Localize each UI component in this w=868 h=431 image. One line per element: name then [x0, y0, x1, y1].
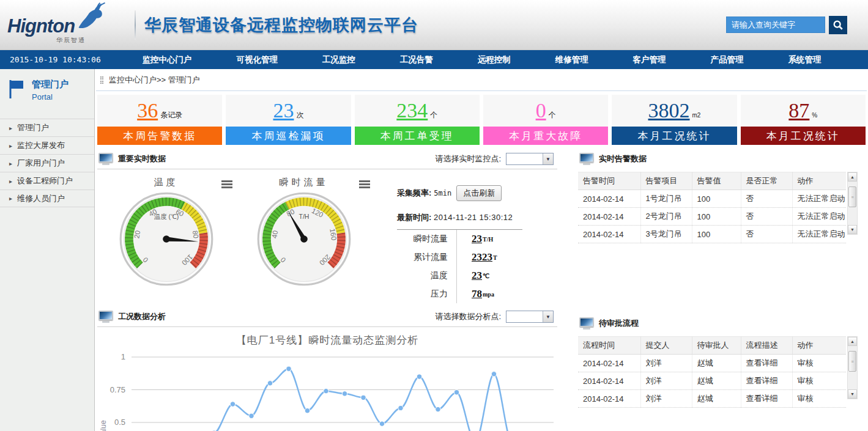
- nav-item-product[interactable]: 产品管理: [711, 54, 744, 65]
- logo-subtext: 华辰智通: [56, 36, 86, 45]
- alarms-table-scrollbar[interactable]: ▲ ≡ ▼: [847, 172, 858, 235]
- approvals-table: 流程时间 提交人 待审批人 流程描述 动作 2014-02-14 刘洋 赵城 查…: [578, 336, 846, 408]
- stat-value: 3802: [648, 100, 690, 121]
- flag-icon: [9, 79, 24, 100]
- freq-label: 采集频率:: [397, 188, 431, 199]
- stat-unit: %: [812, 112, 817, 119]
- stat-value: 36: [137, 100, 158, 121]
- reading-row: 累计流量 2323T: [397, 248, 522, 267]
- search-icon: [833, 20, 844, 31]
- reading-value: 23: [472, 233, 482, 245]
- stats-row: 36条记录 本周告警数据 23次 本周巡检漏项 234个 本周工单受理 0个 本…: [97, 95, 866, 145]
- section-title: 实时告警数据: [599, 153, 647, 164]
- view-detail-link[interactable]: 查看详细: [741, 355, 792, 372]
- readings-table: 瞬时流量 23T/H 累计流量 2323T 温度 23℃: [397, 229, 522, 303]
- audit-link[interactable]: 审核: [792, 372, 846, 390]
- reading-value: 2323: [472, 251, 492, 263]
- svg-text:20: 20: [133, 230, 141, 239]
- stat-value: 23: [273, 100, 294, 121]
- reading-unit: T: [493, 254, 497, 261]
- scrollbar-thumb[interactable]: ≡: [848, 351, 856, 372]
- deer-logo-icon: [75, 1, 106, 35]
- chart-menu-icon[interactable]: [359, 180, 370, 182]
- latest-time-value: 2014-11-21 15:30:12: [434, 213, 513, 222]
- svg-text:0.75: 0.75: [110, 385, 125, 394]
- nav-item-monitor-center[interactable]: 监控中心门户: [142, 54, 191, 65]
- audit-link[interactable]: 审核: [792, 355, 846, 372]
- flow-gauge-chart: 0 40 80 120 160 200 T/H: [256, 191, 352, 287]
- nav-item-condition-monitor[interactable]: 工况监控: [322, 54, 355, 65]
- main-content: 监控中心门户>> 管理门户 36条记录 本周告警数据 23次 本周巡检漏项 23…: [95, 69, 868, 431]
- nav-item-visualization[interactable]: 可视化管理: [236, 54, 278, 65]
- analysis-point-select[interactable]: ▼: [506, 311, 554, 323]
- view-detail-link[interactable]: 查看详细: [741, 390, 792, 408]
- monitor-point-select-label: 请选择实时监控点:: [435, 153, 501, 164]
- sidebar-item-device-engineer[interactable]: ▸ 设备工程师门户: [0, 172, 94, 190]
- sidebar-item-big-screen[interactable]: ▸ 监控大屏发布: [0, 136, 94, 154]
- stat-label: 本周工单受理: [355, 127, 480, 145]
- temperature-gauge: 温度 0 20 40 60: [97, 172, 235, 308]
- audit-link[interactable]: 审核: [792, 390, 846, 408]
- scroll-up-icon[interactable]: ▲: [848, 337, 857, 346]
- reading-unit: ℃: [483, 273, 489, 279]
- svg-text:T/H: T/H: [299, 213, 309, 220]
- sidebar-item-label: 维修人员门户: [17, 193, 65, 204]
- search-button[interactable]: [829, 16, 847, 34]
- sidebar-item-admin-portal[interactable]: ▸ 管理门户: [0, 119, 94, 136]
- header-divider: [135, 10, 136, 40]
- nav-item-condition-alarm[interactable]: 工况告警: [400, 54, 433, 65]
- reading-unit: T/H: [483, 236, 493, 243]
- stat-label: 本月重大故障: [483, 127, 608, 145]
- stat-label: 本周巡检漏项: [226, 127, 351, 145]
- stat-card-monthly-condition-area[interactable]: 3802m2 本月工况统计: [612, 95, 736, 145]
- stat-value: 234: [396, 100, 428, 121]
- flow-chart-title: 【电厂1号线】瞬时流量动态监测分析: [97, 333, 557, 347]
- portal-subtitle: Portal: [32, 92, 69, 101]
- stat-unit: 次: [296, 110, 303, 120]
- scroll-up-icon[interactable]: ▲: [848, 172, 857, 182]
- section-title: 工况数据分析: [118, 311, 166, 322]
- scroll-down-icon[interactable]: ▼: [848, 225, 857, 234]
- refresh-button[interactable]: 点击刷新: [456, 185, 502, 201]
- temperature-gauge-chart: 0 20 40 60 80 100 温度 (℃): [118, 191, 215, 287]
- stat-card-weekly-inspection-misses[interactable]: 23次 本周巡检漏项: [226, 95, 351, 145]
- flow-gauge: 瞬时流量 0 40 80 120: [235, 172, 373, 308]
- sidebar-item-maintenance-staff[interactable]: ▸ 维修人员门户: [0, 190, 94, 207]
- monitor-icon: [98, 311, 113, 323]
- nav-item-remote-control[interactable]: 远程控制: [478, 54, 511, 65]
- approvals-table-scrollbar[interactable]: ▲ ≡ ▼: [847, 336, 858, 399]
- freq-value: 5min: [434, 189, 451, 197]
- arrow-right-icon: ▸: [9, 178, 12, 185]
- chart-menu-icon[interactable]: [221, 180, 232, 182]
- monitor-point-select[interactable]: ▼: [506, 153, 554, 165]
- search-box: [726, 16, 847, 34]
- realtime-readings-panel: 采集频率: 5min 点击刷新 最新时间: 2014-11-21 15:30:1…: [373, 172, 557, 308]
- sidebar-item-label: 设备工程师门户: [17, 175, 73, 186]
- monitor-icon: [579, 317, 594, 330]
- scrollbar-thumb[interactable]: ≡: [848, 186, 856, 207]
- monitor-icon: [579, 153, 594, 165]
- chevron-down-icon: ▼: [543, 311, 553, 322]
- sidebar-item-factory-user[interactable]: ▸ 厂家用户门户: [0, 154, 94, 172]
- section-title: 待审批流程: [599, 318, 639, 329]
- stat-card-weekly-work-orders[interactable]: 234个 本周工单受理: [355, 95, 480, 145]
- section-title: 重要实时数据: [118, 153, 166, 164]
- flow-line-chart: 00.250.50.751value: [97, 347, 557, 431]
- nav-item-system[interactable]: 系统管理: [788, 54, 821, 65]
- gauge-title: 瞬时流量: [235, 177, 373, 188]
- stat-card-weekly-alarms[interactable]: 36条记录 本周告警数据: [97, 95, 222, 145]
- analysis-point-select-label: 请选择数据分析点:: [435, 311, 501, 322]
- scroll-down-icon[interactable]: ▼: [848, 389, 857, 399]
- stat-label: 本周告警数据: [97, 127, 222, 145]
- table-row: 2014-02-14 1号龙门吊 100 否 无法正常启动: [578, 190, 846, 208]
- stat-card-monthly-major-faults[interactable]: 0个 本月重大故障: [483, 95, 608, 145]
- stat-card-monthly-condition-percent[interactable]: 87% 本月工况统计: [741, 95, 866, 145]
- search-input[interactable]: [726, 17, 825, 33]
- stat-unit: 个: [549, 110, 556, 120]
- view-detail-link[interactable]: 查看详细: [741, 372, 792, 390]
- nav-item-maintenance[interactable]: 维修管理: [555, 54, 588, 65]
- table-header-row: 告警时间 告警项目 告警值 是否正常 动作: [578, 172, 846, 190]
- reading-unit: mpa: [483, 291, 494, 298]
- sidebar-menu: ▸ 管理门户 ▸ 监控大屏发布 ▸ 厂家用户门户 ▸ 设备工程师门户 ▸ 维修人…: [0, 119, 94, 207]
- nav-item-customer[interactable]: 客户管理: [633, 54, 666, 65]
